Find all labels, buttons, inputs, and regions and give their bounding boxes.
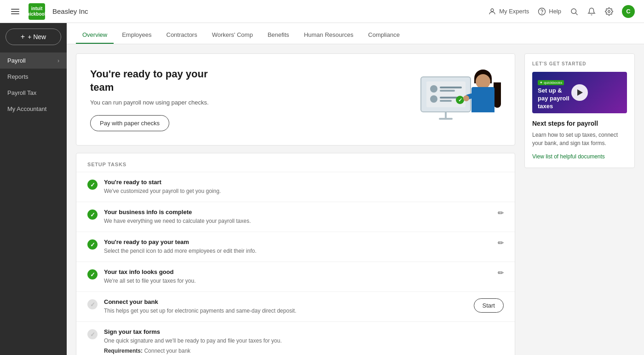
tab-human-resources[interactable]: Human Resources [298,26,360,44]
setup-tasks-card: SETUP TASKS You're ready to start We've … [76,153,515,355]
edit-pencil-icon-2[interactable]: ✏ [498,209,504,217]
task-desc-5: This helps get you set up for electronic… [104,307,467,315]
play-button[interactable] [571,84,588,101]
task-action-3: ✏ [498,239,504,247]
task-title-3: You're ready to pay your team [104,239,491,245]
task-action-2: ✏ [498,209,504,217]
hero-illustration: ✓ [418,70,501,129]
task-action-4: ✏ [498,268,504,277]
hero-title: You're ready to pay your team [90,68,210,94]
main-content: You're ready to pay your team You can ru… [67,44,644,355]
tab-overview[interactable]: Overview [76,26,114,44]
task-connect-bank: Connect your bank This helps get you set… [76,291,515,321]
tab-compliance[interactable]: Compliance [362,26,406,44]
task-desc-1: We've customized your payroll to get you… [104,187,504,195]
task-requirements-6: Requirements: Connect your bank [104,347,504,355]
my-experts-icon [488,7,497,16]
header-right: My Experts Help C [488,5,635,18]
svg-line-4 [575,13,577,15]
sidebar-item-my-accountant[interactable]: My Accountant [0,101,67,117]
start-button[interactable]: Start [474,298,504,313]
help-icon [537,7,546,16]
hamburger-menu[interactable] [9,7,21,16]
task-action-5: Start [474,298,504,313]
hero-card: You're ready to pay your team You can ru… [76,53,515,145]
get-started-label: LET'S GET STARTED [532,61,627,66]
logo: intuitquickbooks [29,3,45,20]
edit-pencil-icon-4[interactable]: ✏ [498,268,504,277]
header-left: intuitquickbooks Beasley Inc [9,3,88,20]
app-header: intuitquickbooks Beasley Inc My Experts … [0,0,644,23]
hero-text: You're ready to pay your team You can ru… [90,68,210,131]
task-pending-icon-6 [87,329,98,339]
avatar[interactable]: C [622,5,635,18]
plus-icon: + [21,33,25,41]
video-thumbnail[interactable]: ✦ quickbooks Set up &pay payrolltaxes [532,72,627,113]
task-business-info: Your business info is complete We have e… [76,202,515,232]
tab-employees[interactable]: Employees [115,26,158,44]
search-icon[interactable] [569,7,579,16]
task-title-1: You're ready to start [104,179,504,186]
task-title-5: Connect your bank [104,298,467,305]
task-desc-3: Select the pencil icon to add more emplo… [104,247,491,255]
main-layout: + + New Payroll › Reports Payroll Tax My… [0,23,644,355]
svg-point-0 [491,9,494,12]
task-desc-4: We're all set to file your taxes for you… [104,277,491,285]
get-started-card: LET'S GET STARTED ✦ quickbooks Set up &p… [524,53,635,168]
play-triangle-icon [577,89,583,96]
task-done-icon-3 [87,239,98,250]
pay-with-paper-checks-button[interactable]: Pay with paper checks [90,115,169,131]
sidebar-item-reports[interactable]: Reports [0,69,67,85]
help-button[interactable]: Help [537,7,561,16]
sidebar-item-payroll-tax[interactable]: Payroll Tax [0,85,67,101]
task-ready-to-pay: You're ready to pay your team Select the… [76,232,515,262]
view-docs-link[interactable]: View list of helpful documents [532,153,605,160]
svg-point-1 [539,8,546,15]
task-title-6: Sign your tax forms [104,328,504,335]
tab-workers-comp[interactable]: Workers' Comp [206,26,259,44]
next-steps-title: Next steps for payroll [532,120,627,127]
task-pending-icon-5 [87,299,98,309]
task-ready-to-start: You're ready to start We've customized y… [76,172,515,202]
video-qb-badge: ✦ quickbooks [538,80,564,85]
right-column: LET'S GET STARTED ✦ quickbooks Set up &p… [524,53,635,168]
task-desc-6: One quick signature and we'll be ready t… [104,337,504,345]
video-title: Set up &pay payrolltaxes [538,87,569,111]
tab-navigation: Overview Employees Contractors Workers' … [67,23,644,44]
next-steps-desc: Learn how to set up taxes, connect your … [532,131,627,147]
task-done-icon-2 [87,210,98,220]
chevron-right-icon: › [58,58,59,64]
content-area: Overview Employees Contractors Workers' … [67,23,644,355]
my-experts-button[interactable]: My Experts [488,7,529,16]
task-desc-2: We have everything we need to calculate … [104,217,491,225]
sidebar: + + New Payroll › Reports Payroll Tax My… [0,23,67,355]
setup-header: SETUP TASKS [76,153,515,172]
task-title-2: Your business info is complete [104,209,491,215]
svg-point-2 [542,13,542,13]
task-done-icon-4 [87,269,98,279]
task-done-icon-1 [87,180,98,190]
task-title-4: Your tax info looks good [104,268,491,275]
svg-point-5 [608,10,610,12]
sidebar-item-payroll[interactable]: Payroll › [0,52,67,69]
tab-benefits[interactable]: Benefits [261,26,296,44]
quickbooks-logo-icon: intuitquickbooks [29,3,45,20]
left-column: You're ready to pay your team You can ru… [76,53,515,355]
notification-bell-icon[interactable] [587,7,596,16]
task-sign-tax-forms: Sign your tax forms One quick signature … [76,321,515,355]
setup-section-label: SETUP TASKS [87,162,504,167]
hero-subtitle: You can run payroll now using paper chec… [90,99,210,106]
settings-gear-icon[interactable] [604,7,614,16]
task-tax-info: Your tax info looks good We're all set t… [76,262,515,291]
company-name: Beasley Inc [52,7,88,15]
svg-point-3 [571,9,576,14]
tab-contractors[interactable]: Contractors [160,26,204,44]
new-button[interactable]: + + New [6,29,61,45]
edit-pencil-icon-3[interactable]: ✏ [498,239,504,247]
